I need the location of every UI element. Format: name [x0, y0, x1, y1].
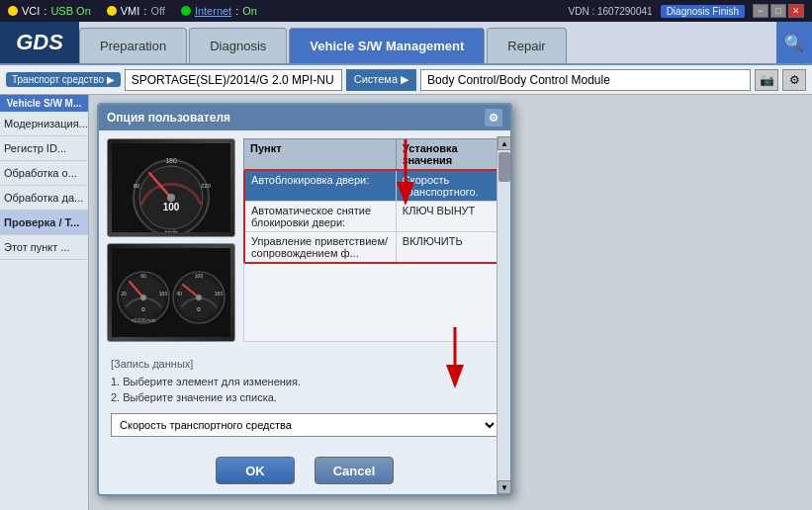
svg-text:100: 100 — [159, 291, 168, 297]
vci-indicator: VCI : USB On — [8, 5, 91, 17]
status-right: VDN : 1607290041 Diagnosis Finish − □ ✕ — [569, 4, 804, 18]
speedometer-image: 180 km/h 80 220 100 — [107, 138, 235, 237]
tab-preparation[interactable]: Preparation — [79, 28, 187, 63]
sidebar-item-this[interactable]: Этот пункт ... — [0, 235, 88, 260]
modal-buttons: OK Cancel — [99, 445, 510, 494]
table-cell-col1: Автоблокировка двери: — [245, 171, 397, 201]
table-header: Пункт Установка значения — [243, 138, 502, 169]
vci-dot — [8, 6, 18, 16]
nav-bar: GDS Preparation Diagnosis Vehicle S/W Ma… — [0, 22, 812, 65]
window-controls: − □ ✕ — [753, 4, 804, 18]
svg-text:40: 40 — [176, 291, 182, 297]
instruction-2: 2. Выберите значение из списка. — [111, 391, 498, 403]
internet-status: On — [242, 5, 257, 17]
scroll-down-button[interactable]: ▼ — [497, 480, 511, 494]
search-button[interactable]: 🔍 — [776, 22, 812, 63]
internet-separator: : — [235, 5, 238, 17]
tab-diagnosis[interactable]: Diagnosis — [189, 28, 287, 63]
second-bar: Транспорт средство ▶ Система ▶ 📷 ⚙ — [0, 65, 812, 95]
camera-button[interactable]: 📷 — [755, 69, 778, 91]
sidebar-item-register-id[interactable]: Регистр ID... — [0, 136, 88, 161]
svg-text:60: 60 — [140, 273, 146, 279]
svg-text:160: 160 — [215, 291, 224, 297]
table-row[interactable]: Автоматическое снятие блокировки двери: … — [245, 202, 500, 232]
vci-status: USB On — [50, 5, 90, 17]
dashboard-image: 0 60 20 100 ×1000r/min 0 1 — [107, 243, 235, 342]
table-cell-col1: Автоматическое снятие блокировки двери: — [245, 202, 397, 231]
sidebar-header: Vehicle S/W M... — [0, 95, 88, 112]
nav-tabs: Preparation Diagnosis Vehicle S/W Manage… — [79, 22, 776, 63]
modal-title: Опция пользователя — [107, 111, 230, 125]
vmi-status: Off — [150, 5, 164, 17]
scroll-track — [497, 150, 510, 480]
modal-body: 180 km/h 80 220 100 — [99, 130, 510, 350]
table-col2-header: Установка значения — [397, 139, 501, 169]
table-col1-header: Пункт — [244, 139, 397, 169]
modal-bottom: [Запись данных] 1. Выберите элемент для … — [99, 350, 510, 445]
instruction-1: 1. Выберите элемент для изменения. — [111, 376, 498, 387]
svg-text:×1000r/min: ×1000r/min — [131, 317, 155, 323]
svg-text:220: 220 — [201, 183, 212, 189]
svg-text:20: 20 — [121, 291, 127, 297]
sidebar-item-modernization[interactable]: Модернизация... — [0, 112, 88, 136]
modal-dialog: Опция пользователя ⚙ 180 — [97, 103, 512, 496]
internet-dot — [181, 6, 191, 16]
svg-point-8 — [167, 194, 175, 202]
transport-badge[interactable]: Транспорт средство ▶ — [6, 72, 121, 87]
app-logo: GDS — [0, 22, 79, 63]
vmi-dot — [107, 6, 117, 16]
tab-vehicle-sw-management[interactable]: Vehicle S/W Management — [289, 28, 485, 63]
status-indicators: VCI : USB On VMI : Off Internet : On — [8, 5, 257, 17]
vehicle-input[interactable] — [125, 69, 342, 91]
scroll-up-button[interactable]: ▲ — [497, 136, 511, 150]
sidebar: Vehicle S/W M... Модернизация... Регистр… — [0, 95, 89, 510]
table-cell-col1: Управление приветствием/ сопровождением … — [245, 232, 397, 262]
vmi-indicator: VMI : Off — [107, 5, 165, 17]
dropdown-row: Скорость транспортного средства — [111, 413, 498, 437]
svg-text:180: 180 — [165, 157, 177, 164]
table-cell-col2: Скорость транспортного. — [397, 171, 500, 201]
table-cell-col2: КЛЮЧ ВЫНУТ — [397, 202, 500, 231]
images-column: 180 km/h 80 220 100 — [107, 138, 235, 342]
table-cell-col2: ВКЛЮЧИТЬ — [397, 232, 500, 262]
svg-point-14 — [140, 295, 146, 300]
tab-repair[interactable]: Repair — [487, 28, 566, 63]
modal-scrollbar[interactable]: ▲ ▼ — [496, 136, 510, 494]
svg-text:80: 80 — [134, 183, 140, 189]
diag-finish-badge[interactable]: Diagnosis Finish — [661, 5, 745, 18]
system-arrow-button[interactable]: Система ▶ — [346, 69, 416, 91]
sidebar-item-check[interactable]: Проверка / Т... — [0, 211, 88, 235]
maximize-button[interactable]: □ — [770, 4, 786, 18]
vci-label: VCI — [22, 5, 40, 17]
status-bar: VCI : USB On VMI : Off Internet : On VDN… — [0, 0, 812, 22]
table-empty-area — [243, 264, 502, 342]
table-row[interactable]: Автоблокировка двери: Скорость транспорт… — [245, 171, 500, 202]
svg-text:100: 100 — [163, 202, 180, 212]
main-panel: Опция пользователя ⚙ 180 — [89, 95, 812, 510]
internet-indicator: Internet : On — [181, 5, 257, 17]
vmi-separator: : — [143, 5, 146, 17]
main-area: Vehicle S/W M... Модернизация... Регистр… — [0, 95, 812, 510]
table-body: Автоблокировка двери: Скорость транспорт… — [243, 169, 502, 264]
minimize-button[interactable]: − — [753, 4, 768, 18]
table-row[interactable]: Управление приветствием/ сопровождением … — [245, 232, 500, 262]
settings-button[interactable]: ⚙ — [782, 69, 806, 91]
system-input[interactable] — [420, 69, 751, 91]
sidebar-item-processing-o[interactable]: Обработка о... — [0, 161, 88, 186]
vdn-text: VDN : 1607290041 — [569, 6, 653, 17]
vmi-label: VMI — [121, 5, 140, 17]
svg-text:km/h: km/h — [164, 229, 177, 232]
record-label: [Запись данных] — [111, 358, 498, 370]
cancel-button[interactable]: Cancel — [315, 457, 394, 484]
svg-point-23 — [196, 295, 202, 300]
internet-label: Internet — [195, 5, 231, 17]
scroll-thumb[interactable] — [498, 152, 510, 182]
ok-button[interactable]: OK — [216, 457, 295, 484]
modal-title-bar: Опция пользователя ⚙ — [99, 105, 510, 130]
table-column: Пункт Установка значения Автоблокировка … — [243, 138, 502, 342]
value-dropdown[interactable]: Скорость транспортного средства — [111, 413, 498, 437]
close-button[interactable]: ✕ — [788, 4, 804, 18]
sidebar-item-processing-da[interactable]: Обработка да... — [0, 186, 88, 211]
modal-settings-icon[interactable]: ⚙ — [485, 109, 502, 127]
svg-text:100: 100 — [195, 273, 204, 279]
